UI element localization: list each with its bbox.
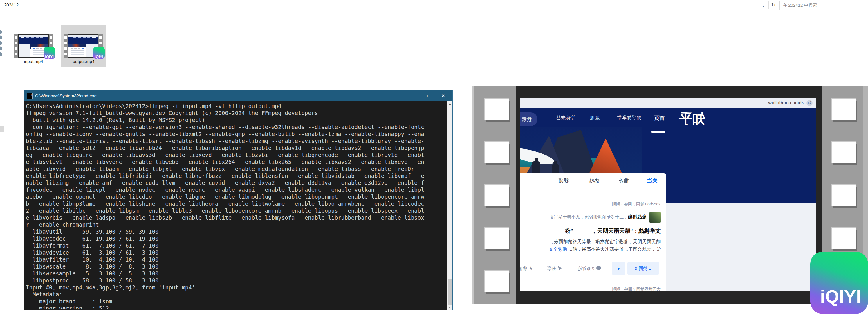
cmd-window-title: C:\Windows\System32\cmd.exe	[35, 93, 97, 98]
minimize-button[interactable]: —	[400, 90, 416, 102]
tab-hot: 热榜	[589, 177, 599, 184]
console-scrollbar[interactable]	[447, 102, 453, 310]
scroll-down-button[interactable]	[447, 305, 453, 310]
read-more-link: 阅读全文	[549, 247, 567, 252]
pin-icon	[0, 52, 3, 57]
comment-icon	[596, 266, 601, 271]
upvote-triangle-icon: ▲	[648, 267, 652, 270]
maximize-button[interactable]: □	[418, 90, 434, 102]
downvote-triangle-icon: ▼	[617, 267, 620, 270]
nav-scrollbar-thumb[interactable]	[0, 126, 4, 132]
pin-icon	[0, 30, 3, 35]
nav-item-discover: 发现	[590, 114, 600, 121]
scroll-up-button[interactable]	[447, 102, 453, 107]
pin-icon	[0, 35, 3, 40]
upvote-button: ▲ 赞同 3	[627, 262, 659, 275]
search-pill: 搜索	[520, 112, 537, 126]
scrollbar-thumb[interactable]	[448, 279, 452, 305]
file-name-output[interactable]: output.mp4	[61, 59, 106, 64]
close-button[interactable]: ✕	[435, 90, 451, 102]
feed-meta: zoezhou 赞同了回答 · 刚刚	[612, 202, 660, 207]
sprocket-hole	[484, 184, 509, 206]
toolbar-divider	[778, 1, 778, 9]
sprocket-hole	[831, 184, 856, 206]
filmstrip-rail	[64, 34, 68, 58]
page-background	[666, 203, 816, 291]
filmstrip-rail-left	[472, 86, 516, 304]
star-icon: ★	[529, 266, 533, 271]
sprocket-hole	[831, 98, 856, 120]
divider	[520, 197, 666, 197]
author-line: 魔战扭痴，二十多年的培训经历，从小善于估写文	[520, 214, 647, 220]
zhihu-logo: 知乎	[679, 112, 705, 125]
pin-icon	[0, 47, 3, 51]
tab-follow: 关注	[647, 177, 658, 184]
nav-item-home: 首页	[654, 114, 664, 121]
sprocket-hole	[484, 98, 509, 120]
sprocket-hole	[831, 141, 856, 163]
share-button: 分享	[547, 262, 563, 275]
divider	[520, 282, 666, 282]
file-thumbnail-input[interactable]: iQIYI	[14, 34, 53, 58]
search-pill-label: 搜索	[522, 116, 532, 123]
file-thumbnail-output[interactable]: iQIYI	[64, 34, 103, 58]
nav-active-underline	[651, 131, 665, 133]
chevron-down-icon[interactable]: ⌄	[759, 1, 767, 9]
browser-url: zhihu.com/follow	[768, 100, 804, 106]
iqiyi-badge: iQIYI	[43, 47, 55, 59]
refresh-icon[interactable]: ↻	[770, 1, 777, 9]
cmd-icon: C:\	[27, 93, 32, 99]
feed-card: 关注 推荐 热榜 视频 zoezhou 赞同了回答 · 刚刚 魔战扭痴，二十多年…	[520, 173, 666, 291]
nav-item-answer: 等你来答	[556, 114, 576, 121]
author-bio: ，二十多年的培训经历，从小善于估写文	[550, 214, 628, 220]
filmstrip-rail	[14, 34, 18, 58]
answer-body-line1: 晴天雨天阴天，都是宇宙的杰作，是老天爷的晴雨表。	[520, 239, 660, 245]
search-placeholder: 在 202412 中搜索	[783, 3, 817, 8]
avatar	[649, 212, 660, 223]
iqiyi-badge: iQIYI	[93, 47, 105, 59]
video-frame-content-flipped: 知 zhihu.com/follow 知乎 首页 知乎知学堂	[520, 98, 816, 291]
console-output: C:\Users\Administrator\Videos\202412>ffm…	[26, 103, 446, 310]
iqiyi-watermark: iQIYI	[810, 252, 868, 314]
cmd-window: C:\ C:\Windows\System32\cmd.exe — □ ✕ C:…	[24, 90, 453, 310]
tab-recommend: 推荐	[618, 177, 629, 184]
explorer-toolbar: 202412 ⌄ ↻ 在 202412 中搜索	[0, 0, 868, 10]
sprocket-hole	[484, 227, 509, 249]
share-icon	[557, 266, 563, 271]
downvote-button: ▼	[612, 262, 625, 275]
desktop-screenshot: 202412 ⌄ ↻ 在 202412 中搜索 iQI	[0, 0, 868, 315]
feed-meta-next: 大五世界赞同了回答 · 刚刚	[612, 287, 660, 291]
cmd-titlebar[interactable]: C:\ C:\Windows\System32\cmd.exe — □ ✕	[24, 90, 453, 102]
tab-video: 视频	[558, 177, 569, 184]
video-preview: 知 zhihu.com/follow 知乎 首页 知乎知学堂	[472, 86, 868, 304]
nav-pane-divider	[5, 10, 5, 315]
answer-body-line2: 笑，天就会晴了。谁要惹老天爷不高兴，那... 阅读全文	[520, 247, 660, 253]
address-bar[interactable]: 202412	[4, 2, 19, 7]
nav-item-school: 知乎知学堂	[617, 114, 641, 121]
site-favicon-icon: 知	[806, 100, 813, 106]
sprocket-hole	[484, 141, 509, 163]
sprocket-hole	[831, 227, 856, 249]
file-name-input[interactable]: input.mp4	[14, 59, 53, 64]
author-name: 魔战扭痴	[628, 214, 647, 220]
comments-button: 2 条评论	[578, 262, 601, 275]
favorite-button: ★收藏	[520, 262, 533, 275]
search-input[interactable]: 在 202412 中搜索	[779, 1, 868, 10]
question-title: 文学挑战：“晴天雨天阴天，______”你	[520, 227, 660, 235]
pin-icon	[0, 41, 3, 46]
sprocket-hole	[484, 270, 509, 292]
browser-bar: 知 zhihu.com/follow	[520, 98, 816, 108]
